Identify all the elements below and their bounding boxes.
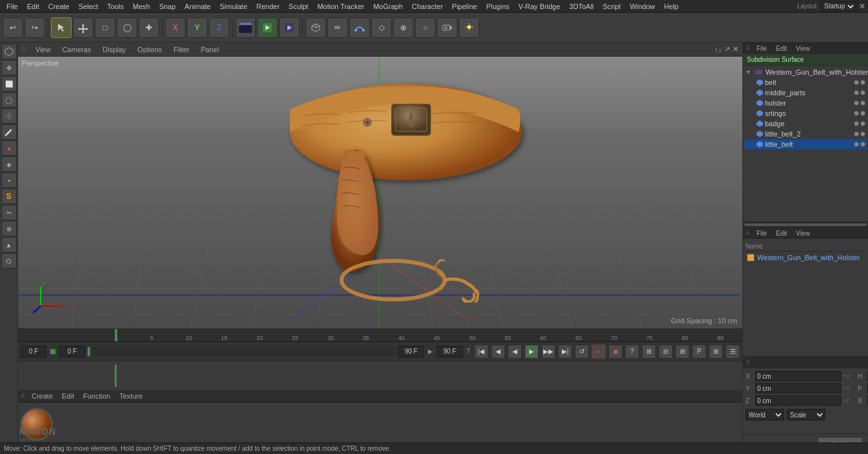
viewport-close-icon[interactable]: ✕ bbox=[733, 45, 738, 53]
timeline-option6[interactable]: ☰ bbox=[726, 345, 740, 359]
menu-animate[interactable]: Animate bbox=[181, 1, 215, 12]
obj-item-belt[interactable]: belt bbox=[744, 77, 867, 88]
holster-dot-2[interactable] bbox=[860, 100, 865, 106]
deformer-button[interactable]: ⊕ bbox=[393, 17, 414, 38]
obj-item-middle-parts[interactable]: middle_parts bbox=[744, 88, 867, 98]
menu-file[interactable]: File bbox=[3, 1, 22, 12]
lb2-dot-2[interactable] bbox=[860, 131, 865, 137]
obj-tab-file[interactable]: File bbox=[754, 44, 769, 53]
menu-simulate[interactable]: Simulate bbox=[216, 1, 251, 12]
panel-scrollbar[interactable] bbox=[743, 222, 868, 227]
move-tool-button[interactable] bbox=[73, 17, 93, 38]
viewport-tab-panel[interactable]: Panel bbox=[198, 44, 222, 55]
attr-item-root[interactable]: Western_Gun_Belt_with_Holster bbox=[746, 253, 865, 262]
pen-button[interactable]: ✏ bbox=[327, 17, 348, 38]
nurbs-button[interactable]: ◇ bbox=[371, 17, 392, 38]
obj-item-holster[interactable]: holster bbox=[744, 98, 867, 108]
z-axis-button[interactable]: Z bbox=[209, 17, 229, 38]
x-pos-input[interactable] bbox=[755, 371, 841, 381]
viewport-tab-display[interactable]: Display bbox=[100, 44, 128, 55]
menu-mesh[interactable]: Mesh bbox=[129, 1, 154, 12]
keyframe-button[interactable]: ? bbox=[625, 345, 639, 359]
viewport-icon-arrows[interactable]: ↑↓ bbox=[715, 46, 722, 53]
bottom-tab-texture[interactable]: Texture bbox=[117, 391, 145, 401]
render-settings-button[interactable] bbox=[235, 17, 256, 38]
lb2-dot-1[interactable] bbox=[854, 131, 859, 137]
obj-item-badge[interactable]: badge bbox=[744, 118, 867, 129]
menu-vray-bridge[interactable]: V-Ray Bridge bbox=[515, 1, 564, 12]
obj-tab-edit[interactable]: Edit bbox=[773, 44, 789, 53]
left-tool-polygon[interactable] bbox=[1, 44, 17, 59]
menu-tools[interactable]: Tools bbox=[103, 1, 128, 12]
belt-dot-1[interactable] bbox=[854, 80, 859, 85]
viewport-tab-filter[interactable]: Filter bbox=[171, 44, 191, 55]
timeline-option3[interactable]: ⊞ bbox=[675, 345, 690, 359]
attr-tab-view[interactable]: View bbox=[793, 229, 813, 238]
srtings-dot-2[interactable] bbox=[860, 111, 865, 116]
frame-current-input[interactable]: 0 F bbox=[59, 346, 85, 357]
left-tool-move[interactable]: ✥ bbox=[1, 60, 17, 75]
next-frame-button[interactable]: ▶▶ bbox=[541, 345, 555, 359]
menu-sculpt[interactable]: Sculpt bbox=[285, 1, 313, 12]
bottom-tab-function[interactable]: Function bbox=[81, 391, 113, 401]
scale-tool-button[interactable]: □ bbox=[95, 17, 115, 38]
environment-button[interactable]: ○ bbox=[415, 17, 436, 38]
menu-edit[interactable]: Edit bbox=[23, 1, 43, 12]
obj-item-little-belt-2[interactable]: little_belt_2 bbox=[744, 129, 867, 139]
timeline-option2[interactable]: ⊟ bbox=[659, 345, 673, 359]
timeline-option1[interactable]: ⊞ bbox=[642, 345, 656, 359]
spline-button[interactable] bbox=[349, 17, 370, 38]
layout-select[interactable]: Startup bbox=[821, 1, 856, 12]
obj-item-little-belt[interactable]: little_belt bbox=[744, 139, 867, 149]
viewport[interactable]: Perspective Grid Spacing : 10 cm Y X Z bbox=[18, 57, 742, 328]
goto-end-button[interactable]: ▶| bbox=[558, 345, 572, 359]
menu-snap[interactable]: Snap bbox=[155, 1, 180, 12]
y-pos-input[interactable] bbox=[755, 383, 841, 393]
render-active-button[interactable] bbox=[279, 17, 300, 38]
menu-help[interactable]: Help bbox=[661, 1, 683, 12]
auto-key-button[interactable]: ◉ bbox=[608, 345, 622, 359]
srtings-dot-1[interactable] bbox=[854, 111, 859, 116]
bottom-tab-create[interactable]: Create bbox=[29, 391, 55, 401]
menu-plugins[interactable]: Plugins bbox=[482, 1, 513, 12]
left-tool-paint[interactable] bbox=[1, 124, 17, 140]
obj-tab-view[interactable]: View bbox=[793, 44, 813, 53]
viewport-tab-options[interactable]: Options bbox=[135, 44, 164, 55]
badge-dot-2[interactable] bbox=[860, 121, 865, 126]
light-button[interactable] bbox=[459, 17, 479, 38]
viewport-icon-diagonal[interactable]: ↗ bbox=[724, 45, 730, 53]
frame-end2-input[interactable]: 90 F bbox=[437, 346, 463, 357]
viewport-tab-cameras[interactable]: Cameras bbox=[60, 44, 94, 55]
camera-button[interactable] bbox=[437, 17, 458, 38]
coord-system-select[interactable]: World bbox=[746, 409, 784, 421]
timeline-scrubbar[interactable] bbox=[88, 347, 396, 356]
menu-render[interactable]: Render bbox=[253, 1, 284, 12]
x-axis-button[interactable]: X bbox=[165, 17, 186, 38]
bottom-tab-edit[interactable]: Edit bbox=[59, 391, 77, 401]
menu-window[interactable]: Window bbox=[626, 1, 659, 12]
goto-start-button[interactable]: |◀ bbox=[474, 345, 488, 359]
undo-button[interactable]: ↩ bbox=[3, 17, 23, 38]
middle-dot-1[interactable] bbox=[854, 90, 859, 95]
left-tool-add[interactable]: ➕ bbox=[1, 108, 17, 124]
left-tool-hex[interactable]: 🔸 bbox=[1, 173, 17, 188]
menu-3dtoall[interactable]: 3DToAll bbox=[565, 1, 597, 12]
play-back-button[interactable]: ◀ bbox=[508, 345, 522, 359]
menu-mograph[interactable]: MoGraph bbox=[369, 1, 407, 12]
left-tool-diamond[interactable]: ◈ bbox=[1, 156, 17, 172]
attr-tab-edit[interactable]: Edit bbox=[773, 229, 789, 238]
rotate-tool-button[interactable]: ◯ bbox=[117, 17, 137, 38]
timeline-option4[interactable]: P bbox=[692, 345, 706, 359]
menu-character[interactable]: Character bbox=[408, 1, 447, 12]
menu-pipeline[interactable]: Pipeline bbox=[448, 1, 481, 12]
menu-motion-tracker[interactable]: Motion Tracker bbox=[313, 1, 368, 12]
left-tool-cut[interactable]: ✂ bbox=[1, 205, 17, 220]
prev-frame-button[interactable]: ◀ bbox=[491, 345, 505, 359]
transform-tool-button[interactable]: ✚ bbox=[139, 17, 159, 38]
timeline-option5[interactable]: ⊞ bbox=[709, 345, 723, 359]
frame-end-input[interactable]: 90 F bbox=[398, 346, 424, 357]
z-pos-input[interactable] bbox=[755, 395, 841, 406]
scale-system-select[interactable]: Scale bbox=[787, 409, 825, 421]
select-tool-button[interactable] bbox=[51, 17, 72, 38]
left-tool-arrow-up[interactable]: ▲ bbox=[1, 237, 17, 252]
